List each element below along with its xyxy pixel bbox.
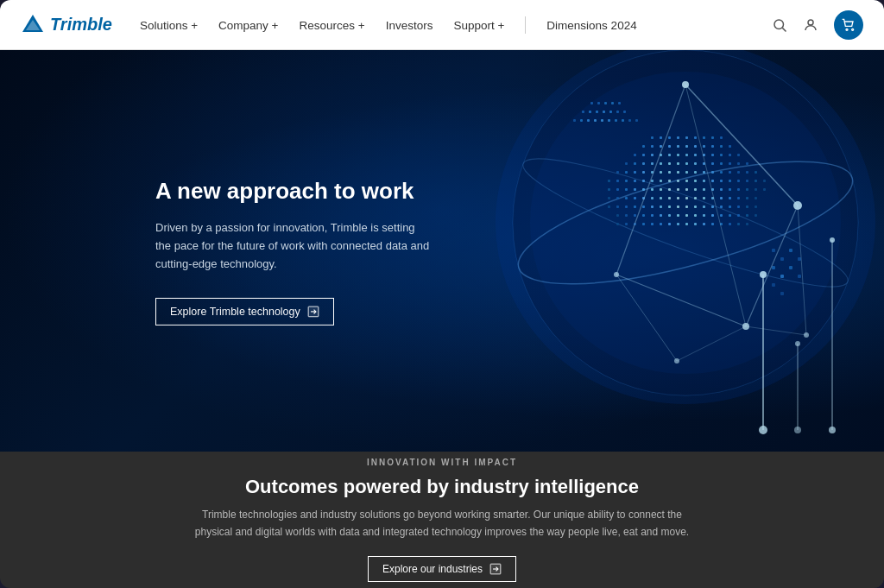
svg-rect-191 <box>677 214 679 217</box>
svg-rect-14 <box>597 102 600 104</box>
svg-rect-58 <box>677 145 679 148</box>
hero-cta-button[interactable]: Explore Trimble technology <box>155 298 334 326</box>
svg-rect-79 <box>634 162 636 165</box>
svg-rect-210 <box>694 223 697 225</box>
svg-rect-112 <box>625 180 628 182</box>
lower-cta-button[interactable]: Explore our industries <box>368 556 516 582</box>
svg-rect-35 <box>772 249 775 252</box>
svg-rect-98 <box>660 171 662 174</box>
svg-rect-207 <box>668 223 671 225</box>
svg-rect-51 <box>703 136 705 139</box>
svg-rect-116 <box>660 180 662 182</box>
svg-point-233 <box>760 271 767 278</box>
svg-rect-22 <box>609 111 612 113</box>
svg-rect-172 <box>660 205 662 208</box>
lower-description: Trimble technologies and industry soluti… <box>192 507 692 540</box>
svg-rect-20 <box>596 111 598 113</box>
svg-rect-78 <box>625 162 628 165</box>
svg-rect-127 <box>755 180 757 182</box>
svg-rect-195 <box>711 214 714 217</box>
svg-rect-212 <box>711 223 714 225</box>
svg-rect-17 <box>618 102 621 104</box>
nav-item-dimensions[interactable]: Dimensions 2024 <box>546 19 636 32</box>
svg-rect-94 <box>625 171 628 174</box>
cart-button[interactable] <box>834 10 863 40</box>
svg-rect-130 <box>616 188 619 191</box>
svg-rect-168 <box>625 205 628 208</box>
svg-rect-158 <box>694 197 697 199</box>
svg-rect-150 <box>625 197 628 199</box>
svg-rect-52 <box>711 136 714 139</box>
svg-rect-173 <box>668 205 671 208</box>
svg-rect-106 <box>729 171 731 174</box>
svg-rect-159 <box>703 197 705 199</box>
nav-item-company[interactable]: Company + <box>218 19 278 32</box>
search-button[interactable] <box>772 17 787 33</box>
svg-rect-125 <box>737 180 740 182</box>
svg-rect-202 <box>625 223 628 225</box>
svg-rect-76 <box>729 154 731 156</box>
svg-rect-122 <box>711 180 714 182</box>
svg-point-226 <box>682 81 689 88</box>
svg-rect-25 <box>573 119 576 122</box>
nav-item-resources[interactable]: Resources + <box>299 19 364 32</box>
svg-rect-104 <box>711 171 714 174</box>
svg-point-228 <box>614 272 619 277</box>
svg-point-229 <box>742 323 749 330</box>
svg-rect-178 <box>711 205 714 208</box>
svg-rect-29 <box>601 119 603 122</box>
svg-rect-90 <box>729 162 731 165</box>
svg-rect-163 <box>737 197 740 199</box>
svg-rect-59 <box>685 145 688 148</box>
nav-item-investors[interactable]: Investors <box>386 19 433 32</box>
svg-rect-187 <box>642 214 645 217</box>
svg-rect-156 <box>677 197 679 199</box>
svg-point-243 <box>794 427 801 433</box>
svg-rect-189 <box>660 214 662 217</box>
svg-rect-49 <box>685 136 688 139</box>
svg-rect-67 <box>651 154 654 156</box>
hero-content: A new approach to work Driven by a passi… <box>155 176 432 325</box>
svg-point-227 <box>793 201 802 210</box>
svg-rect-19 <box>589 111 591 113</box>
svg-rect-32 <box>622 119 624 122</box>
svg-rect-201 <box>616 223 619 225</box>
svg-rect-133 <box>642 188 645 191</box>
hero-globe-graphic <box>375 50 884 452</box>
svg-rect-105 <box>720 171 723 174</box>
svg-rect-53 <box>720 136 723 139</box>
svg-rect-167 <box>616 205 619 208</box>
arrow-right-icon <box>307 306 319 318</box>
logo[interactable]: Trimble <box>21 13 112 37</box>
svg-rect-124 <box>729 180 731 182</box>
svg-rect-91 <box>737 162 740 165</box>
svg-rect-50 <box>694 136 697 139</box>
svg-rect-33 <box>628 119 631 122</box>
svg-rect-55 <box>651 145 654 148</box>
svg-rect-80 <box>642 162 645 165</box>
svg-rect-174 <box>677 205 679 208</box>
svg-rect-64 <box>729 145 731 148</box>
svg-rect-190 <box>668 214 671 217</box>
svg-rect-139 <box>694 188 697 191</box>
svg-point-242 <box>795 341 800 346</box>
svg-rect-77 <box>737 154 740 156</box>
svg-rect-85 <box>685 162 688 165</box>
svg-rect-86 <box>694 162 697 165</box>
svg-rect-110 <box>608 180 610 182</box>
svg-rect-205 <box>651 223 654 225</box>
svg-rect-183 <box>755 205 757 208</box>
svg-rect-132 <box>634 188 636 191</box>
svg-rect-47 <box>668 136 671 139</box>
account-button[interactable] <box>803 17 818 33</box>
svg-rect-93 <box>616 171 619 174</box>
svg-rect-63 <box>720 145 723 148</box>
svg-rect-103 <box>703 171 705 174</box>
nav-item-support[interactable]: Support + <box>453 19 504 32</box>
svg-rect-129 <box>608 188 610 191</box>
svg-rect-181 <box>737 205 740 208</box>
nav-item-solutions[interactable]: Solutions + <box>140 19 198 32</box>
svg-rect-214 <box>729 223 731 225</box>
svg-rect-151 <box>634 197 636 199</box>
svg-rect-138 <box>685 188 688 191</box>
